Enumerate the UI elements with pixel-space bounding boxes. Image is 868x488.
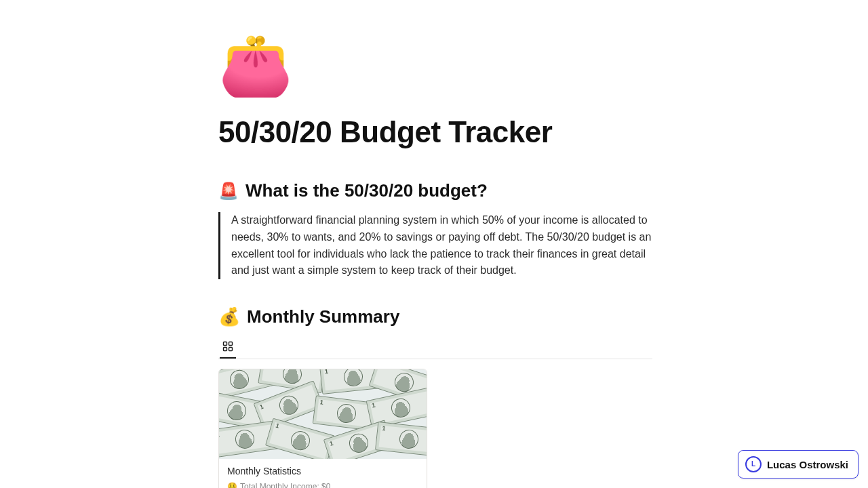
gallery-view-tab[interactable] <box>220 337 236 359</box>
user-name: Lucas Ostrowski <box>767 459 848 470</box>
moneybag-icon: 💰 <box>218 306 240 327</box>
intro-heading[interactable]: 🚨 What is the 50/30/20 budget? <box>218 180 652 201</box>
svg-rect-3 <box>229 348 233 351</box>
page-icon[interactable]: 👛 <box>218 35 652 95</box>
card-body: Monthly Statistics 🤑 Total Monthly Incom… <box>219 459 427 488</box>
card-title: Monthly Statistics <box>227 466 418 476</box>
gallery-icon <box>222 341 233 352</box>
user-badge[interactable]: L Lucas Ostrowski <box>738 450 859 479</box>
monthly-statistics-card[interactable]: Monthly Statistics 🤑 Total Monthly Incom… <box>218 369 427 488</box>
card-stat-line: 🤑 Total Monthly Income: $0 <box>227 482 418 488</box>
page-content: 👛 50/30/20 Budget Tracker 🚨 What is the … <box>218 0 652 488</box>
summary-heading[interactable]: 💰 Monthly Summary <box>218 306 652 327</box>
money-face-icon: 🤑 <box>227 482 237 488</box>
intro-heading-text: What is the 50/30/20 budget? <box>245 180 488 201</box>
svg-rect-0 <box>224 342 227 346</box>
card-cover-money <box>219 369 427 459</box>
view-tabs <box>218 337 652 359</box>
svg-text:L: L <box>751 460 755 468</box>
summary-heading-text: Monthly Summary <box>247 306 399 327</box>
svg-rect-2 <box>224 348 227 351</box>
page-title[interactable]: 50/30/20 Budget Tracker <box>218 115 652 149</box>
card-stat-text: Total Monthly Income: $0 <box>240 482 330 488</box>
siren-icon: 🚨 <box>218 182 239 201</box>
user-avatar-icon: L <box>745 456 762 472</box>
svg-rect-1 <box>229 342 233 346</box>
intro-body[interactable]: A straightforward financial planning sys… <box>218 212 652 279</box>
